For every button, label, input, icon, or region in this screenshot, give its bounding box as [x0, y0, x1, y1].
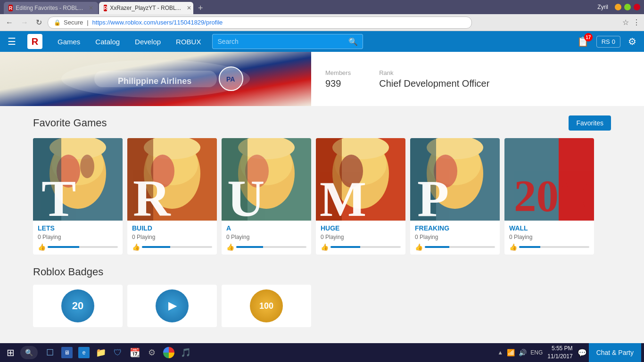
svg-text:Philippine Airlines: Philippine Airlines: [118, 76, 191, 86]
badge-number-2: 100: [259, 301, 273, 311]
rank-label: Rank: [379, 69, 489, 76]
nav-develop[interactable]: Develop: [135, 38, 161, 46]
hamburger-menu[interactable]: ☰: [8, 36, 16, 47]
robux-amount: 0: [612, 38, 615, 45]
tab-close-2[interactable]: ✕: [187, 5, 191, 11]
game-info-1: BUILD 0 Playing 👍: [127, 221, 217, 255]
maximize-button[interactable]: □: [624, 4, 631, 10]
game-title-2[interactable]: A: [226, 224, 306, 232]
address-bar: ← → ↻ 🔒 Secure | https://www.roblox.com/…: [0, 14, 644, 31]
notification-center-icon[interactable]: 💬: [578, 348, 587, 357]
game-thumb-2[interactable]: U: [222, 138, 311, 221]
game-rating-1: 👍: [132, 243, 212, 251]
tray-expand-icon[interactable]: ▲: [497, 349, 503, 356]
nav-right: 📋 17 RS 0 ⚙: [577, 36, 636, 48]
favorites-button[interactable]: Favorites: [569, 115, 611, 131]
tab-editing-favorites[interactable]: R Editing Favorites - ROBL... ✕: [4, 2, 98, 14]
game-card-1: R BUILD 0 Playing 👍: [127, 138, 217, 255]
game-rating-5: 👍: [509, 243, 589, 251]
group-info-panel: Members 939 Rank Chief Development Offic…: [311, 52, 644, 106]
network-icon[interactable]: 📶: [507, 349, 515, 356]
taskbar-app-task-view[interactable]: ☐: [42, 345, 58, 360]
game-info-3: HUGE 0 Playing 👍: [316, 221, 405, 255]
game-thumb-5[interactable]: 2016: [504, 138, 594, 221]
bookmark-icon[interactable]: ☆: [622, 18, 629, 27]
svg-point-12: [80, 155, 94, 178]
tab-close-1[interactable]: ✕: [89, 5, 93, 11]
back-button[interactable]: ←: [4, 16, 15, 29]
rating-bar-5: [519, 246, 589, 248]
hero-section: Philippine Airlines PA Members 939 Rank …: [0, 52, 644, 106]
taskbar-app-settings[interactable]: ⚙: [144, 345, 159, 360]
search-icon[interactable]: 🔍: [348, 37, 358, 46]
game-title-5[interactable]: WALL: [509, 224, 589, 232]
game-rating-4: 👍: [415, 243, 495, 251]
trump-poster-4: P: [410, 138, 500, 221]
nav-robux[interactable]: ROBUX: [176, 38, 201, 46]
roblox-r-icon: R: [32, 36, 38, 47]
monitor-icon: 🖥: [61, 347, 73, 358]
thumbs-up-icon-5: 👍: [509, 243, 517, 251]
game-info-2: A 0 Playing 👍: [222, 221, 311, 255]
tab-razer[interactable]: R XxRazer_PlayzYT - ROBL... ✕: [99, 2, 193, 14]
game-thumb-0[interactable]: T: [33, 138, 123, 221]
notifications-icon[interactable]: 📋 17: [577, 36, 589, 47]
system-tray-icons: ▲ 📶 🔊 ENG: [497, 349, 543, 356]
game-info-0: LETS 0 Playing 👍: [33, 221, 123, 255]
game-title-3[interactable]: HUGE: [321, 224, 401, 232]
search-input[interactable]: [217, 38, 345, 45]
taskbar-app-monitor[interactable]: 🖥: [59, 345, 74, 360]
game-title-1[interactable]: BUILD: [132, 224, 212, 232]
taskbar-app-edge[interactable]: e: [76, 345, 91, 360]
game-thumb-4[interactable]: P: [410, 138, 500, 221]
trump-poster-3: M: [316, 138, 405, 221]
taskbar-app-shield[interactable]: 🛡: [110, 345, 125, 360]
badge-circle-0: 20: [61, 289, 94, 322]
trump-poster-1: R: [127, 138, 217, 221]
minimize-button[interactable]: —: [615, 4, 621, 10]
banner-svg: Philippine Airlines PA: [0, 52, 311, 106]
chat-party-button[interactable]: Chat & Party: [589, 343, 641, 362]
game-thumb-1[interactable]: R: [127, 138, 217, 221]
system-clock[interactable]: 5:55 PM 11/1/2017: [547, 345, 572, 361]
nav-games[interactable]: Games: [58, 38, 80, 46]
volume-icon[interactable]: 🔊: [519, 349, 527, 356]
rank-value: Chief Development Officer: [379, 78, 489, 89]
folder-icon: 📁: [96, 347, 106, 358]
taskbar-search[interactable]: 🔍: [20, 346, 38, 359]
address-actions: ☆ ⋮: [622, 18, 640, 27]
tab-new-button[interactable]: +: [194, 2, 207, 14]
robux-button[interactable]: RS 0: [596, 36, 620, 48]
taskbar-app-music[interactable]: 🎵: [178, 345, 193, 360]
game-playing-1: 0 Playing: [132, 234, 212, 240]
search-bar[interactable]: 🔍: [212, 34, 363, 49]
lang-label: ENG: [530, 349, 543, 356]
game-card-0: T LETS 0 Playing 👍: [33, 138, 123, 255]
badges-title: Roblox Badges: [33, 266, 611, 278]
thumbs-up-icon-0: 👍: [38, 243, 46, 251]
taskbar-app-chrome[interactable]: [161, 345, 176, 360]
game-thumb-3[interactable]: M: [316, 138, 405, 221]
settings-icon[interactable]: ⚙: [628, 36, 636, 47]
start-button[interactable]: ⊞: [3, 345, 18, 360]
game-title-0[interactable]: LETS: [38, 224, 118, 232]
nav-catalog[interactable]: Catalog: [95, 38, 120, 46]
favorite-games-title: Favorite Games: [33, 117, 107, 129]
game-rating-2: 👍: [226, 243, 306, 251]
badge-card-2: 100: [222, 285, 311, 327]
window-close-button[interactable]: ✕: [634, 4, 640, 10]
forward-button[interactable]: →: [19, 16, 30, 29]
rating-bar-0: [48, 246, 118, 248]
taskbar-app-calendar[interactable]: 📆: [127, 345, 142, 360]
extension-icon[interactable]: ⋮: [633, 18, 640, 27]
taskbar-apps: ☐ 🖥 e 📁 🛡 📆 ⚙ 🎵: [42, 345, 193, 360]
roblox-logo[interactable]: R: [27, 34, 42, 49]
address-input[interactable]: 🔒 Secure | https://www.roblox.com/users/…: [48, 16, 472, 29]
reload-button[interactable]: ↻: [34, 16, 44, 29]
game-title-4[interactable]: FREAKING: [415, 224, 495, 232]
clock-time: 5:55 PM: [547, 345, 572, 353]
tab-icon-1: R: [8, 5, 13, 11]
hero-banner-image: Philippine Airlines PA: [0, 52, 311, 106]
taskbar-app-folder[interactable]: 📁: [93, 345, 108, 360]
svg-text:M: M: [320, 172, 366, 221]
